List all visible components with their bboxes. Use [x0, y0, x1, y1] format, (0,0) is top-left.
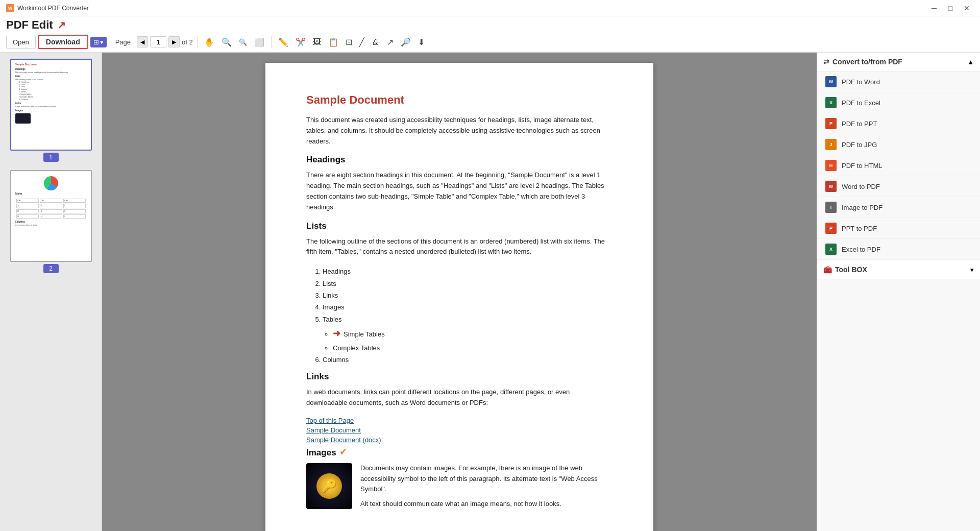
app-header: PDF Edit ↗ Open Download ⊞ ▾ Page ◀ ▶ of…	[0, 16, 980, 53]
share-button[interactable]: ↗	[384, 36, 396, 49]
pdf-lists-title: Lists	[306, 221, 612, 231]
close-button[interactable]: ✕	[960, 2, 974, 14]
thumb-frame-1: Sample Document Headings There are eight…	[10, 59, 92, 151]
title-bar: W Workintool PDF Converter ─ □ ✕	[0, 0, 980, 16]
next-page-button[interactable]: ▶	[168, 36, 180, 47]
toolbox-header[interactable]: 🧰 Tool BOX ▾	[817, 260, 980, 279]
convert-label-pdf-word: PDF to Word	[842, 78, 880, 86]
pdf-images-section-header: Images ✔	[306, 446, 612, 458]
thumbnail-sidebar: Sample Document Headings There are eight…	[0, 53, 102, 531]
thumb-frame-2: Tables Col1Col2Col3 ABC DEF GHI Columns …	[10, 170, 92, 262]
download-button[interactable]: Download	[38, 35, 88, 49]
page-label: Page	[115, 38, 131, 46]
convert-item-pdf-excel[interactable]: X PDF to Excel	[817, 92, 980, 113]
pdf-link-1[interactable]: Top of this Page	[306, 417, 612, 424]
page-number-input[interactable]	[150, 36, 166, 47]
convert-item-image-pdf[interactable]: I Image to PDF	[817, 197, 980, 218]
convert-item-word-pdf[interactable]: W Word to PDF	[817, 176, 980, 197]
convert-icon: ⇄	[823, 58, 829, 66]
zoom-out-button[interactable]: 🔍	[236, 37, 250, 47]
maximize-button[interactable]: □	[943, 2, 958, 14]
checkmark-icon: ✔	[339, 446, 347, 457]
convert-label-ppt-pdf: PPT to PDF	[842, 225, 877, 232]
convert-item-pdf-ppt[interactable]: P PDF to PPT	[817, 113, 980, 134]
total-pages: of 2	[182, 38, 193, 46]
pdf-main-list: Headings Lists Links Images Tables ➜Simp…	[306, 266, 612, 366]
grid-icon: ⊞	[93, 38, 99, 46]
html-icon: H	[825, 160, 837, 171]
thumb-content-1: Sample Document Headings There are eight…	[11, 60, 91, 128]
app-icon: W	[6, 4, 14, 12]
convert-item-pdf-word[interactable]: W PDF to Word	[817, 71, 980, 92]
pdf-images-body: Documents may contain images. For exampl…	[360, 463, 612, 495]
convert-label-pdf-jpg: PDF to JPG	[842, 141, 877, 149]
excel-to-pdf-icon: X	[825, 244, 837, 255]
edit-button[interactable]: ✂️	[293, 36, 308, 49]
pdf-images-title: Images	[306, 448, 336, 458]
pdf-content-area[interactable]: Sample Document This document was create…	[102, 53, 817, 531]
convert-header[interactable]: ⇄ Convert to/from PDF ▲	[817, 53, 980, 71]
nested-arrow-icon: ➜	[333, 328, 340, 339]
toolbox-icon: 🧰	[823, 266, 832, 274]
list-item-6: Columns	[323, 354, 612, 366]
web-access-symbol: 🔑	[316, 473, 342, 499]
word-to-pdf-icon: W	[825, 181, 837, 192]
toolbox-title-label: Tool BOX	[835, 266, 867, 274]
app-title-row: PDF Edit ↗	[6, 18, 974, 32]
image-button[interactable]: 🖼	[310, 36, 324, 48]
hand-tool-button[interactable]: ✋	[202, 36, 217, 49]
convert-item-pdf-html[interactable]: H PDF to HTML	[817, 155, 980, 176]
convert-item-excel-pdf[interactable]: X Excel to PDF	[817, 239, 980, 260]
crop-button[interactable]: ⊡	[343, 36, 355, 49]
thumb-text-1: There are eight section headings in this…	[15, 71, 87, 74]
title-bar-controls: ─ □ ✕	[927, 2, 974, 14]
search-button[interactable]: 🔎	[398, 36, 413, 49]
list-item-5: Tables ➜Simple Tables Complex Tables	[323, 313, 612, 354]
right-panel: ⇄ Convert to/from PDF ▲ W PDF to Word X …	[817, 53, 980, 531]
convert-item-pdf-jpg[interactable]: J PDF to JPG	[817, 134, 980, 155]
text-box-button[interactable]: 📋	[326, 36, 341, 49]
nested-item-1: ➜Simple Tables	[333, 325, 612, 342]
thumb-page-num-2: 2	[43, 264, 59, 273]
pdf-document-title: Sample Document	[306, 93, 612, 107]
convert-collapse-icon: ▲	[967, 58, 974, 66]
open-button[interactable]: Open	[6, 36, 36, 49]
convert-label-pdf-excel: PDF to Excel	[842, 99, 880, 107]
line-button[interactable]: ╱	[357, 36, 367, 49]
page-navigation: ◀ ▶ of 2	[137, 36, 193, 47]
pdf-images-text: Documents may contain images. For exampl…	[360, 463, 612, 518]
grid-view-button[interactable]: ⊞ ▾	[90, 37, 107, 47]
pdf-links-title: Links	[306, 372, 612, 382]
thumbnail-1[interactable]: Sample Document Headings There are eight…	[4, 59, 97, 162]
minimize-button[interactable]: ─	[927, 2, 941, 14]
pdf-link-2[interactable]: Sample Document	[306, 426, 612, 434]
prev-page-button[interactable]: ◀	[137, 36, 148, 47]
list-item-3: Links	[323, 289, 612, 301]
toolbox-title: 🧰 Tool BOX	[823, 266, 867, 274]
separator-3	[271, 36, 272, 48]
pdf-headings-body: There are eight section headings in this…	[306, 170, 612, 212]
app-title: PDF Edit	[6, 18, 53, 32]
arrow-decoration: ↗	[57, 19, 66, 31]
pdf-nested-list: ➜Simple Tables Complex Tables	[323, 325, 612, 354]
annotate-button[interactable]: ✏️	[276, 36, 291, 49]
convert-label-pdf-html: PDF to HTML	[842, 162, 882, 170]
web-access-image: 🔑	[306, 463, 352, 509]
thumb-img-1	[15, 113, 31, 124]
convert-label-excel-pdf: Excel to PDF	[842, 246, 880, 253]
fit-page-button[interactable]: ⬜	[252, 36, 267, 49]
convert-title: ⇄ Convert to/from PDF	[823, 58, 902, 66]
toolbox-expand-icon: ▾	[970, 266, 974, 274]
thumbnail-2[interactable]: Tables Col1Col2Col3 ABC DEF GHI Columns …	[4, 170, 97, 273]
pdf-link-3[interactable]: Sample Document (docx)	[306, 436, 612, 444]
pdf-links-body: In web documents, links can point differ…	[306, 387, 612, 408]
zoom-in-button[interactable]: 🔍	[219, 36, 234, 49]
pdf-headings-title: Headings	[306, 155, 612, 165]
print-button[interactable]: 🖨	[369, 36, 382, 48]
title-bar-title: Workintool PDF Converter	[17, 5, 89, 12]
nested-item-2: Complex Tables	[333, 342, 612, 354]
toolbar: Open Download ⊞ ▾ Page ◀ ▶ of 2 ✋ 🔍 🔍 ⬜ …	[6, 34, 974, 50]
convert-item-ppt-pdf[interactable]: P PPT to PDF	[817, 218, 980, 239]
download2-button[interactable]: ⬇	[415, 36, 427, 49]
excel-icon: X	[825, 97, 837, 108]
